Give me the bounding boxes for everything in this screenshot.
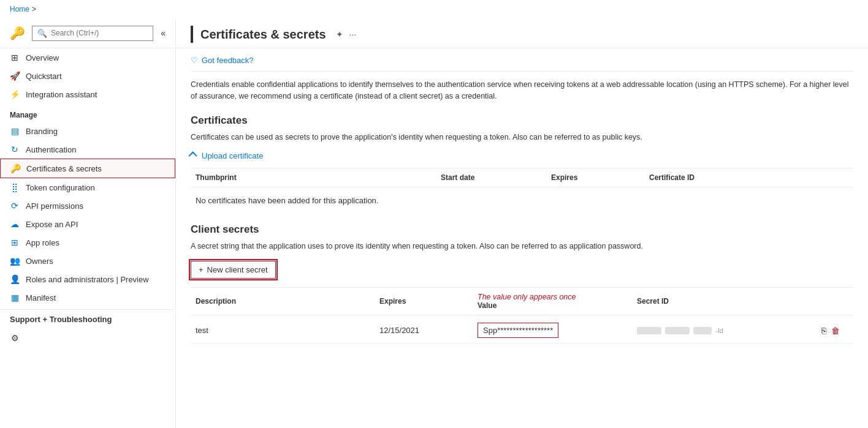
client-secrets-section-desc: A secret string that the application use… — [191, 241, 853, 252]
support-section-label: Support + Troubleshooting — [0, 309, 175, 329]
upload-certificate-button[interactable]: Upload certificate — [191, 151, 263, 160]
copy-icon[interactable]: ⎘ — [821, 326, 826, 336]
sidebar-item-label: Overview — [26, 53, 59, 62]
certs-icon: 🔑 — [10, 163, 20, 173]
roles-icon: 👤 — [10, 274, 20, 284]
th-secret-id: Secret ID — [632, 297, 817, 306]
table-row: test 12/15/2021 Spp****************** -I… — [191, 318, 853, 344]
sidebar-item-api-permissions[interactable]: ⟳ API permissions — [0, 197, 175, 215]
sidebar-item-label: Integration assistant — [26, 90, 97, 99]
description-text: Credentials enable confidential applicat… — [191, 79, 853, 102]
sidebar-item-owners[interactable]: 👥 Owners — [0, 252, 175, 270]
feedback-bar: ♡ Got feedback? — [191, 56, 853, 72]
secret-actions: ⎘ 🗑 — [817, 326, 853, 336]
certs-empty-message: No certificates have been added for this… — [191, 190, 853, 211]
th-value: Value — [478, 301, 627, 310]
th-cert-id: Certificate ID — [644, 173, 853, 182]
secret-description: test — [191, 326, 375, 335]
owners-icon: 👥 — [10, 256, 20, 266]
th-expires-secrets: Expires — [375, 297, 473, 306]
sidebar-item-label: Expose an API — [26, 220, 78, 229]
sidebar-item-label: Token configuration — [26, 183, 95, 192]
secret-expires: 12/15/2021 — [375, 326, 473, 335]
page-title: Certificates & secrets — [200, 28, 326, 42]
sidebar-item-manifest[interactable]: ▦ Manifest — [0, 288, 175, 307]
quickstart-icon: 🚀 — [10, 71, 20, 81]
sidebar-item-certs[interactable]: 🔑 Certificates & secrets — [0, 159, 175, 178]
upload-certificate-label: Upload certificate — [202, 151, 263, 160]
th-expires: Expires — [546, 173, 644, 182]
app-icon: 🔑 — [7, 23, 27, 43]
th-value-container: The value only appears once Value — [473, 293, 632, 310]
cloud-icon: ☁ — [10, 219, 20, 229]
sidebar-item-overview[interactable]: ⊞ Overview — [0, 48, 175, 67]
sidebar-item-support[interactable]: ⚙ — [0, 329, 175, 347]
certificates-section-desc: Certificates can be used as secrets to p… — [191, 132, 853, 143]
support-icon: ⚙ — [10, 333, 20, 343]
sidebar-item-expose-api[interactable]: ☁ Expose an API — [0, 215, 175, 233]
certs-table-header: Thumbprint Start date Expires Certificat… — [191, 168, 853, 187]
new-client-secret-button[interactable]: + New client secret — [191, 261, 276, 279]
main-content: Certificates & secrets ✦ ··· ♡ Got feedb… — [176, 18, 868, 428]
token-icon: ⣿ — [10, 182, 20, 192]
more-icon[interactable]: ··· — [349, 29, 357, 39]
sidebar-item-quickstart[interactable]: 🚀 Quickstart — [0, 67, 175, 85]
search-icon: 🔍 — [37, 29, 47, 38]
certificates-section-title: Certificates — [191, 115, 853, 127]
feedback-label[interactable]: Got feedback? — [202, 56, 254, 65]
sidebar-item-token[interactable]: ⣿ Token configuration — [0, 178, 175, 197]
sidebar-item-branding[interactable]: ▤ Branding — [0, 122, 175, 140]
integration-icon: ⚡ — [10, 89, 20, 99]
secret-id-suffix: -Id — [715, 327, 723, 334]
breadcrumb-separator: > — [32, 5, 36, 13]
sidebar-item-label: Manifest — [26, 293, 56, 302]
feedback-heart-icon: ♡ — [191, 56, 198, 65]
sidebar: 🔑 🔍 « ⊞ Overview 🚀 Quickstart ⚡ Integrat… — [0, 18, 176, 428]
th-start-date: Start date — [436, 173, 546, 182]
sidebar-item-app-roles[interactable]: ⊞ App roles — [0, 233, 175, 252]
sidebar-item-label: Owners — [26, 257, 53, 266]
plus-icon: + — [199, 265, 204, 274]
sidebar-item-label: Authentication — [26, 145, 76, 154]
authentication-icon: ↻ — [10, 145, 20, 154]
th-thumbprint: Thumbprint — [191, 173, 436, 182]
sidebar-item-label: Branding — [26, 127, 58, 136]
page-header: Certificates & secrets ✦ ··· — [176, 18, 868, 48]
overview-icon: ⊞ — [10, 53, 20, 62]
breadcrumb-home[interactable]: Home — [10, 5, 29, 13]
search-box[interactable]: 🔍 — [32, 26, 153, 41]
sidebar-item-label: Roles and administrators | Preview — [26, 275, 149, 284]
new-client-secret-label: New client secret — [207, 265, 268, 274]
secret-id-blurred-1 — [637, 327, 661, 334]
secret-value-box: Spp****************** — [478, 323, 558, 338]
manifest-icon: ▦ — [10, 293, 20, 302]
client-secrets-section-title: Client secrets — [191, 223, 853, 236]
breadcrumb: Home > — [0, 0, 868, 18]
api-icon: ⟳ — [10, 201, 20, 211]
sidebar-item-label: Certificates & secrets — [26, 164, 102, 173]
secret-value-cell: Spp****************** — [473, 323, 632, 338]
search-input[interactable] — [51, 29, 148, 37]
manage-section-label: Manage — [0, 103, 175, 122]
delete-icon[interactable]: 🗑 — [831, 326, 840, 336]
sidebar-item-authentication[interactable]: ↻ Authentication — [0, 140, 175, 159]
header-icons: ✦ ··· — [336, 29, 357, 39]
sidebar-item-label: Quickstart — [26, 72, 62, 81]
secret-id-blurred-2 — [665, 327, 690, 334]
secret-id-blurred-3 — [693, 327, 712, 334]
pin-icon[interactable]: ✦ — [336, 29, 343, 39]
sidebar-item-label: App roles — [26, 238, 59, 247]
upload-icon — [189, 151, 197, 160]
sidebar-item-roles-admin[interactable]: 👤 Roles and administrators | Preview — [0, 270, 175, 288]
sidebar-item-integration[interactable]: ⚡ Integration assistant — [0, 85, 175, 103]
value-appears-note: The value only appears once — [478, 293, 627, 301]
sidebar-item-label: API permissions — [26, 201, 83, 211]
secrets-table-header: Description Expires The value only appea… — [191, 287, 853, 315]
secret-id-cell: -Id — [632, 327, 817, 334]
collapse-button[interactable]: « — [158, 26, 168, 40]
header-bar — [191, 26, 193, 43]
sidebar-header: 🔑 🔍 « — [0, 18, 175, 48]
approles-icon: ⊞ — [10, 238, 20, 247]
th-description: Description — [191, 297, 375, 306]
content-body: ♡ Got feedback? Credentials enable confi… — [176, 48, 868, 351]
